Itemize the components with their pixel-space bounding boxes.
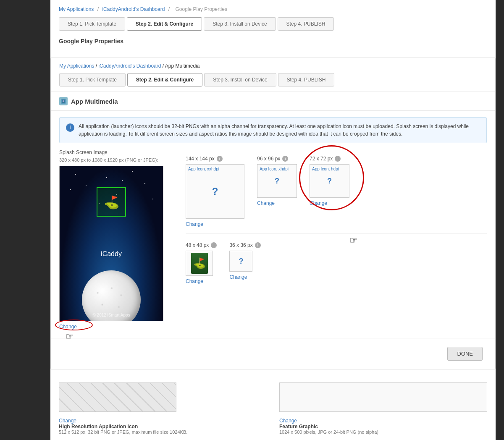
hdpi-info-btn[interactable]: i bbox=[335, 156, 341, 162]
panel-title-row: App Multimedia bbox=[51, 92, 495, 111]
panel-steps-nav: Step 1. Pick Template Step 2. Edit & Con… bbox=[59, 73, 487, 86]
icon-item-ldpi: 36 x 36 px i ? Change bbox=[229, 242, 260, 284]
icon-size-ldpi: 36 x 36 px i bbox=[229, 242, 260, 248]
bottom-left-item: Change High Resolution Application Icon … bbox=[59, 382, 267, 435]
hdpi-upload-box[interactable]: App Icon, hdpi ? bbox=[310, 164, 349, 198]
xhdpi-question: ? bbox=[275, 177, 279, 186]
icon-size-xxhdpi: 144 x 144 px i bbox=[186, 156, 223, 162]
multimedia-content: Splash Screen Image 320 x 480 px to 1080… bbox=[51, 149, 495, 338]
breadcrumb-my-applications[interactable]: My Applications bbox=[59, 63, 94, 69]
hi-res-sublabel: 512 x 512 px, 32 bit PNG or JPEG, maximu… bbox=[59, 430, 267, 435]
splash-label: Splash Screen Image bbox=[59, 149, 168, 155]
panel-done-btn[interactable]: DONE bbox=[447, 347, 483, 361]
hi-res-diagonal-pattern bbox=[59, 383, 176, 411]
feature-change-link[interactable]: Change bbox=[279, 418, 297, 424]
icons-row-1: 144 x 144 px i App Icon, xxhdpi ? Change bbox=[186, 149, 487, 234]
panel-header: My Applications / iCaddyAndroid's Dashbo… bbox=[51, 58, 495, 92]
panel-step3-btn[interactable]: Step 3. Install on Device bbox=[204, 73, 276, 86]
panel-breadcrumb: My Applications / iCaddyAndroid's Dashbo… bbox=[59, 63, 487, 69]
breadcrumb-current: App Multimedia bbox=[165, 63, 200, 69]
top-step4-btn[interactable]: Step 4. PUBLISH bbox=[278, 17, 334, 31]
xhdpi-change-link[interactable]: Change bbox=[257, 200, 275, 206]
copyright-text: © 2012 iSmart Apps bbox=[60, 313, 163, 317]
splash-image-container: ⛳ iCaddy © 2012 iSmart Apps bbox=[59, 166, 163, 321]
panel-title-text: App Multimedia bbox=[71, 98, 118, 105]
hdpi-change-link[interactable]: Change bbox=[310, 200, 327, 206]
hi-res-label: High Resolution Application Icon bbox=[59, 424, 267, 430]
bottom-row: Change High Resolution Application Icon … bbox=[59, 382, 487, 435]
feature-graphic-box bbox=[279, 382, 487, 412]
icon-size-mdpi: 48 x 48 px i bbox=[186, 242, 217, 248]
hi-res-icon-preview bbox=[59, 382, 176, 412]
splash-bg: ⛳ iCaddy © 2012 iSmart Apps bbox=[60, 166, 163, 321]
hdpi-question: ? bbox=[327, 177, 332, 186]
splash-section: Splash Screen Image 320 x 480 px to 1080… bbox=[59, 149, 177, 330]
top-breadcrumb: My Applications / iCaddyAndroid's Dashbo… bbox=[59, 6, 487, 12]
panel-step4-btn[interactable]: Step 4. PUBLISH bbox=[278, 73, 335, 86]
icon-size-mdpi-text: 48 x 48 px bbox=[186, 242, 209, 248]
bottom-right-item: Change Feature Graphic 1024 x 500 pixels… bbox=[279, 382, 487, 435]
top-step2-btn[interactable]: Step 2. Edit & Configure bbox=[127, 17, 202, 31]
xxhdpi-question: ? bbox=[212, 186, 218, 197]
feature-label: Feature Graphic bbox=[279, 424, 487, 430]
breadcrumb-dashboard[interactable]: iCaddyAndroid's Dashboard bbox=[98, 63, 161, 69]
icon-item-hdpi: 72 x 72 px i App Icon, hdpi ? Change ☞ bbox=[310, 156, 349, 227]
golfer-box: ⛳ bbox=[97, 187, 126, 217]
icon-size-xhdpi-text: 96 x 96 px bbox=[257, 156, 280, 162]
icon-size-xxhdpi-text: 144 x 144 px bbox=[186, 156, 215, 162]
icon-size-hdpi-text: 72 x 72 px bbox=[310, 156, 333, 162]
splash-change-wrapper: Change ☞ bbox=[59, 321, 77, 330]
icon-size-xhdpi: 96 x 96 px i bbox=[257, 156, 288, 162]
breadcrumb-sep1-top: / bbox=[97, 6, 99, 12]
panel-step2-btn[interactable]: Step 2. Edit & Configure bbox=[127, 73, 202, 86]
top-steps-nav: Step 1. Pick Template Step 2. Edit & Con… bbox=[59, 17, 487, 31]
breadcrumb-dashboard-top[interactable]: iCaddyAndroid's Dashboard bbox=[102, 6, 165, 12]
bottom-section: Change High Resolution Application Icon … bbox=[50, 376, 496, 440]
hdpi-icon-label: App Icon, hdpi bbox=[312, 167, 339, 171]
app-multimedia-icon bbox=[59, 97, 68, 105]
icon-size-ldpi-text: 36 x 36 px bbox=[229, 242, 252, 248]
icaddy-text: iCaddy bbox=[60, 250, 163, 258]
ldpi-info-btn[interactable]: i bbox=[255, 242, 261, 248]
icon-item-xhdpi: 96 x 96 px i App Icon, xhdpi ? Change bbox=[257, 156, 297, 227]
panel-footer: DONE bbox=[51, 338, 495, 369]
splash-change-link[interactable]: Change bbox=[59, 324, 77, 330]
feature-sublabel: 1024 x 500 pixels, JPG or 24-bit PNG (no… bbox=[279, 430, 487, 435]
main-wrapper: My Applications / iCaddyAndroid's Dashbo… bbox=[0, 0, 504, 440]
xxhdpi-icon-label: App Icon, xxhdpi bbox=[188, 167, 219, 171]
icon-item-xxhdpi: 144 x 144 px i App Icon, xxhdpi ? Change bbox=[186, 156, 244, 227]
icons-section: 144 x 144 px i App Icon, xxhdpi ? Change bbox=[177, 149, 487, 330]
xxhdpi-info-btn[interactable]: i bbox=[217, 156, 223, 162]
mdpi-upload-box[interactable]: ⛳ bbox=[186, 251, 213, 276]
ldpi-upload-box[interactable]: ? bbox=[229, 251, 252, 272]
xhdpi-info-btn[interactable]: i bbox=[282, 156, 288, 162]
icon-size-hdpi: 72 x 72 px i bbox=[310, 156, 341, 162]
mdpi-info-btn[interactable]: i bbox=[211, 242, 217, 248]
top-step3-btn[interactable]: Step 3. Install on Device bbox=[204, 17, 276, 31]
icon-item-mdpi: 48 x 48 px i ⛳ Change bbox=[186, 242, 217, 284]
xhdpi-icon-label: App Icon, xhdpi bbox=[260, 167, 289, 171]
breadcrumb-my-applications-top[interactable]: My Applications bbox=[59, 6, 94, 12]
top-page-title: Google Play Properties bbox=[59, 36, 487, 47]
content-area: My Applications / iCaddyAndroid's Dashbo… bbox=[50, 0, 496, 440]
breadcrumb-current-top: Google Play Properties bbox=[175, 6, 227, 12]
xxhdpi-upload-box[interactable]: App Icon, xxhdpi ? bbox=[186, 164, 244, 219]
info-box: i All application (launcher) icons shoul… bbox=[59, 117, 487, 143]
mdpi-golfer-icon: ⛳ bbox=[191, 253, 208, 274]
hi-res-change-link[interactable]: Change bbox=[59, 418, 76, 424]
info-text: All application (launcher) icons should … bbox=[79, 123, 480, 138]
ldpi-question: ? bbox=[239, 257, 243, 266]
golfer-figure: ⛳ bbox=[104, 195, 119, 210]
info-icon: i bbox=[66, 123, 74, 132]
icons-row-2: 48 x 48 px i ⛳ Change 36 x 36 px bbox=[186, 234, 487, 291]
mdpi-change-link[interactable]: Change bbox=[186, 278, 203, 284]
ldpi-change-link[interactable]: Change bbox=[229, 274, 247, 280]
xhdpi-upload-box[interactable]: App Icon, xhdpi ? bbox=[257, 164, 297, 198]
main-panel: My Applications / iCaddyAndroid's Dashbo… bbox=[50, 58, 496, 369]
breadcrumb-sep2-top: / bbox=[168, 6, 170, 12]
svg-point-2 bbox=[63, 100, 64, 102]
panel-step1-btn[interactable]: Step 1. Pick Template bbox=[59, 73, 126, 86]
top-step1-btn[interactable]: Step 1. Pick Template bbox=[59, 17, 125, 31]
splash-size-label: 320 x 480 px to 1080 x 1920 px (PNG or J… bbox=[59, 157, 168, 162]
xxhdpi-change-link[interactable]: Change bbox=[186, 221, 203, 227]
